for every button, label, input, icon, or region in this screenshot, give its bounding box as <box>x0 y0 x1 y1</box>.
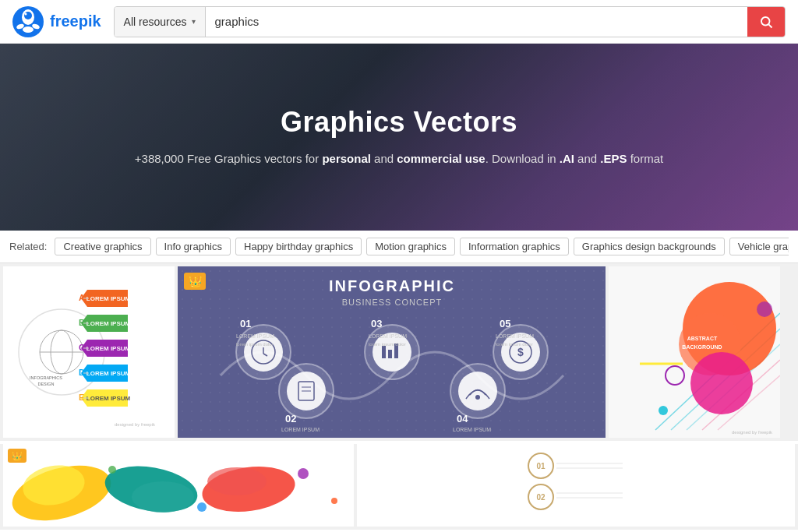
card-abstract[interactable]: ABSTRACT BACKGROUND designed by freepik <box>609 266 780 438</box>
svg-text:lorem ipsum dolor: lorem ipsum dolor <box>236 342 274 347</box>
logo-text: freepik <box>50 12 101 30</box>
svg-point-99 <box>207 467 267 495</box>
infographic-thumbnail: INFOGRAPHICS DESIGN LOREM IPSUM A LOREM … <box>3 266 175 430</box>
svg-text:LOREM IPSUM: LOREM IPSUM <box>369 333 407 339</box>
svg-text:INFOGRAPHIC: INFOGRAPHIC <box>329 277 455 294</box>
svg-text:$: $ <box>517 346 524 358</box>
fluid-shapes-thumbnail <box>7 446 350 524</box>
svg-point-97 <box>132 481 194 513</box>
chevron-down-icon: ▾ <box>192 17 196 26</box>
svg-text:05: 05 <box>500 318 510 329</box>
featured-thumbnail: INFOGRAPHIC BUSINESS CONCEPT 01 LOREM IP… <box>178 266 606 438</box>
svg-text:DESIGN: DESIGN <box>37 382 54 386</box>
resource-dropdown[interactable]: All resources ▾ <box>115 7 206 37</box>
svg-text:E: E <box>79 393 84 402</box>
numbered-infographic-thumbnail: 01 02 <box>525 446 627 524</box>
premium-badge: 👑 <box>184 273 206 290</box>
related-tag-info-graphics[interactable]: Info graphics <box>156 238 231 255</box>
svg-point-85 <box>690 352 753 414</box>
svg-text:B: B <box>79 318 85 327</box>
related-bar: Related: Creative graphics Info graphics… <box>0 231 798 263</box>
svg-text:LOREM IPSUM: LOREM IPSUM <box>87 395 131 402</box>
svg-point-88 <box>659 406 668 415</box>
hero-subtitle: +388,000 Free Graphics vectors for perso… <box>135 150 663 168</box>
related-tag-information-graphics[interactable]: Information graphics <box>460 238 569 255</box>
svg-text:02: 02 <box>285 413 296 425</box>
search-icon <box>759 15 773 29</box>
svg-text:03: 03 <box>371 318 382 329</box>
related-label: Related: <box>9 241 47 252</box>
svg-point-102 <box>298 468 309 479</box>
svg-text:01: 01 <box>240 318 251 329</box>
svg-text:lorem ipsum dolor: lorem ipsum dolor <box>496 342 533 347</box>
svg-point-67 <box>475 395 480 400</box>
svg-point-66 <box>458 372 497 410</box>
svg-text:01: 01 <box>536 462 546 470</box>
svg-rect-59 <box>382 346 386 358</box>
svg-text:ABSTRACT: ABSTRACT <box>687 336 718 341</box>
svg-text:LOREM IPSUM: LOREM IPSUM <box>87 370 131 377</box>
svg-text:LOREM IPSUM: LOREM IPSUM <box>236 333 274 339</box>
related-tag-creative-graphics[interactable]: Creative graphics <box>55 238 150 255</box>
svg-text:LOREM IPSUM: LOREM IPSUM <box>87 320 131 327</box>
card-featured[interactable]: 👑 INFOGRAPHIC BUSINESS CONCEPT 0 <box>178 266 606 438</box>
logo: freepik <box>12 6 101 37</box>
search-bar: All resources ▾ <box>114 6 786 37</box>
related-tag-vehicle-graphics[interactable]: Vehicle graphics <box>729 238 789 255</box>
svg-text:A: A <box>79 293 85 302</box>
related-tag-motion-graphics[interactable]: Motion graphics <box>366 238 455 255</box>
hero-content: Graphics Vectors +388,000 Free Graphics … <box>135 106 663 168</box>
svg-rect-60 <box>388 350 392 358</box>
abstract-thumbnail: ABSTRACT BACKGROUND designed by freepik <box>609 266 780 438</box>
svg-text:INFOGRAPHICS: INFOGRAPHICS <box>30 375 62 380</box>
header: freepik All resources ▾ <box>0 0 798 44</box>
svg-text:lorem ipsum dolor: lorem ipsum dolor <box>369 342 406 347</box>
related-tag-birthday-graphics[interactable]: Happy birthday graphics <box>235 238 362 255</box>
svg-text:02: 02 <box>536 493 546 502</box>
svg-point-100 <box>108 466 116 474</box>
svg-text:04: 04 <box>457 413 468 425</box>
svg-text:BUSINESS CONCEPT: BUSINESS CONCEPT <box>342 298 442 307</box>
svg-text:C: C <box>79 343 85 352</box>
freepik-logo-icon <box>12 6 44 37</box>
search-button[interactable] <box>747 7 785 37</box>
related-tags: Creative graphics Info graphics Happy bi… <box>55 238 789 255</box>
image-grid-row1: INFOGRAPHICS DESIGN LOREM IPSUM A LOREM … <box>0 263 798 441</box>
hero-title: Graphics Vectors <box>135 106 663 139</box>
svg-point-2 <box>24 12 32 19</box>
premium-badge-small: 👑 <box>8 449 26 463</box>
svg-point-103 <box>331 498 337 504</box>
svg-line-8 <box>768 24 772 27</box>
svg-point-3 <box>25 12 27 15</box>
hero-banner: Graphics Vectors +388,000 Free Graphics … <box>0 44 798 231</box>
svg-text:LOREM IPSUM: LOREM IPSUM <box>453 427 491 432</box>
svg-point-7 <box>761 17 770 26</box>
dropdown-label: All resources <box>124 16 187 28</box>
search-input[interactable] <box>206 7 747 37</box>
svg-text:LOREM IPSUM: LOREM IPSUM <box>281 427 320 432</box>
svg-point-6 <box>23 26 34 33</box>
related-tag-design-backgrounds[interactable]: Graphics design backgrounds <box>574 238 725 255</box>
svg-point-101 <box>197 502 207 512</box>
card-numbered-infographic[interactable]: 01 02 <box>357 444 795 527</box>
svg-text:designed by freepik: designed by freepik <box>732 430 773 435</box>
svg-text:LOREM IPSUM: LOREM IPSUM <box>87 345 131 352</box>
svg-text:LOREM IPSUM: LOREM IPSUM <box>496 333 534 339</box>
card-infographics[interactable]: INFOGRAPHICS DESIGN LOREM IPSUM A LOREM … <box>3 266 175 438</box>
svg-point-86 <box>757 301 772 317</box>
svg-text:LOREM IPSUM: LOREM IPSUM <box>87 295 131 302</box>
svg-text:D: D <box>79 368 85 377</box>
svg-text:designed by freepik: designed by freepik <box>115 422 156 427</box>
image-grid-row2: 👑 01 02 <box>0 444 798 530</box>
svg-text:BACKGROUND: BACKGROUND <box>682 344 722 350</box>
card-fluid-shapes[interactable]: 👑 <box>3 444 354 527</box>
